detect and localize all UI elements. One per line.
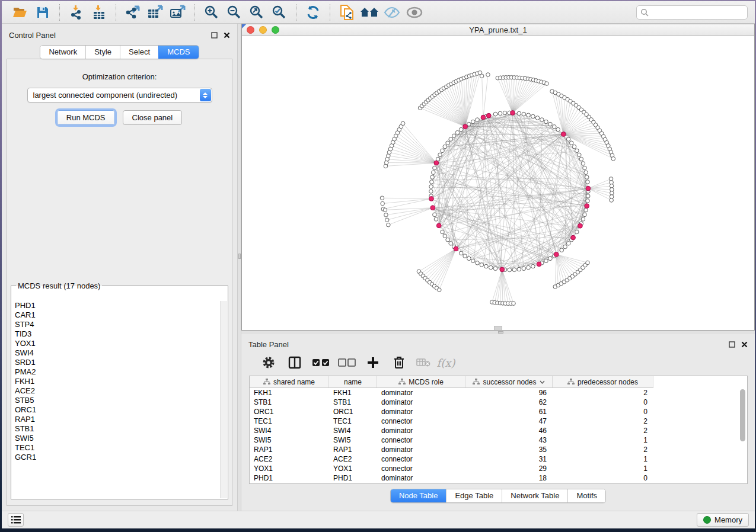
network-node[interactable] [522, 267, 526, 271]
network-node[interactable] [566, 137, 570, 142]
mcds-result-item[interactable]: CAR1 [12, 310, 220, 320]
network-node[interactable] [433, 166, 437, 170]
network-node[interactable] [476, 118, 480, 122]
network-node[interactable] [584, 208, 588, 212]
splitter-handle[interactable] [238, 254, 241, 259]
table-row[interactable]: STB1STB1dominator620 [250, 398, 747, 407]
network-scroll-grip[interactable] [494, 326, 502, 330]
close-panel-icon[interactable] [224, 32, 230, 39]
network-node[interactable] [531, 264, 535, 268]
select-all-icon[interactable] [308, 354, 334, 371]
scrollbar-thumb[interactable] [740, 389, 745, 441]
network-node[interactable] [586, 194, 590, 198]
mcds-result-item[interactable]: STB5 [12, 396, 220, 405]
search-input[interactable] [651, 8, 744, 17]
network-node[interactable] [517, 267, 521, 271]
network-node[interactable] [527, 265, 531, 270]
column-header-name[interactable]: name [329, 376, 377, 387]
network-node[interactable] [548, 122, 553, 126]
network-node[interactable] [563, 245, 567, 249]
tab-node-table[interactable]: Node Table [391, 489, 446, 502]
tab-network-table[interactable]: Network Table [502, 489, 567, 502]
splitter-handle[interactable] [498, 331, 503, 334]
network-node[interactable] [480, 74, 484, 78]
network-node[interactable] [401, 121, 405, 126]
network-node[interactable] [433, 213, 437, 217]
network-node[interactable] [517, 111, 521, 116]
network-node[interactable] [446, 238, 450, 242]
network-node[interactable] [493, 112, 497, 116]
network-node[interactable] [384, 213, 388, 217]
export-table-icon[interactable] [145, 4, 165, 21]
delete-column-icon[interactable] [386, 354, 412, 371]
search-field[interactable] [636, 5, 748, 20]
zoom-out-icon[interactable] [224, 4, 244, 21]
network-node[interactable] [484, 264, 489, 268]
close-panel-button[interactable]: Close panel [123, 110, 183, 125]
import-table-icon[interactable] [89, 4, 109, 21]
refresh-icon[interactable] [303, 4, 323, 21]
network-node[interactable] [531, 114, 535, 118]
float-panel-icon[interactable] [211, 32, 218, 39]
first-neighbors-icon[interactable] [359, 4, 379, 21]
mcds-hub-node[interactable] [500, 267, 505, 272]
tab-select[interactable]: Select [120, 46, 158, 59]
table-row[interactable]: TEC1TEC1connector472 [250, 416, 747, 426]
network-node[interactable] [459, 127, 463, 132]
network-node[interactable] [459, 251, 463, 255]
mcds-result-item[interactable]: STB1 [12, 424, 220, 434]
network-node[interactable] [471, 259, 476, 263]
mcds-result-item[interactable]: SRD1 [12, 358, 220, 367]
mcds-result-item[interactable]: ORC1 [12, 405, 220, 415]
network-node[interactable] [545, 82, 549, 86]
network-node[interactable] [560, 248, 564, 252]
network-graph[interactable] [242, 36, 754, 330]
network-node[interactable] [583, 213, 587, 217]
network-node[interactable] [438, 153, 442, 157]
network-node[interactable] [503, 111, 507, 115]
zoom-in-icon[interactable] [202, 4, 222, 21]
mcds-hub-node[interactable] [436, 223, 441, 228]
column-header-MCDS-role[interactable]: MCDS role [377, 376, 465, 387]
network-node[interactable] [586, 261, 590, 265]
network-node[interactable] [575, 149, 579, 153]
tab-mcds[interactable]: MCDS [158, 46, 198, 59]
network-node[interactable] [556, 127, 560, 132]
network-node[interactable] [430, 175, 435, 180]
network-node[interactable] [583, 166, 587, 170]
table-row[interactable]: YOX1YOX1connector291 [250, 464, 747, 473]
network-node[interactable] [434, 217, 438, 222]
network-node[interactable] [581, 217, 585, 222]
mcds-result-item[interactable]: RAP1 [12, 415, 220, 424]
network-node[interactable] [381, 201, 385, 206]
network-node[interactable] [430, 180, 434, 184]
network-node[interactable] [443, 234, 447, 238]
tab-network[interactable]: Network [40, 46, 85, 59]
table-row[interactable]: ORC1ORC1dominator610 [250, 407, 747, 416]
mcds-result-item[interactable]: PMA2 [12, 367, 220, 377]
table-scrollbar[interactable] [740, 389, 746, 482]
network-node[interactable] [463, 254, 467, 258]
table-row[interactable]: ACE2ACE2connector311 [250, 454, 747, 464]
mcds-hub-node[interactable] [486, 113, 491, 118]
network-node[interactable] [480, 263, 484, 267]
network-node[interactable] [431, 171, 435, 175]
network-node[interactable] [443, 145, 447, 149]
network-node[interactable] [611, 157, 615, 161]
save-session-icon[interactable] [33, 4, 53, 21]
network-node[interactable] [429, 190, 433, 194]
mcds-hub-node[interactable] [429, 197, 434, 201]
network-node[interactable] [586, 199, 590, 203]
network-node[interactable] [383, 208, 387, 212]
network-node[interactable] [498, 111, 502, 116]
table-settings-gear-icon[interactable] [256, 354, 282, 371]
tab-style[interactable]: Style [85, 46, 120, 59]
network-node[interactable] [548, 257, 553, 261]
column-header-shared-name[interactable]: shared name [250, 376, 329, 387]
table-row[interactable]: SWI4SWI4dominator462 [250, 426, 747, 435]
mcds-hub-node[interactable] [430, 206, 435, 210]
network-node[interactable] [572, 145, 576, 149]
network-node[interactable] [508, 268, 512, 272]
mcds-hub-node[interactable] [586, 186, 591, 191]
network-node[interactable] [449, 242, 453, 246]
